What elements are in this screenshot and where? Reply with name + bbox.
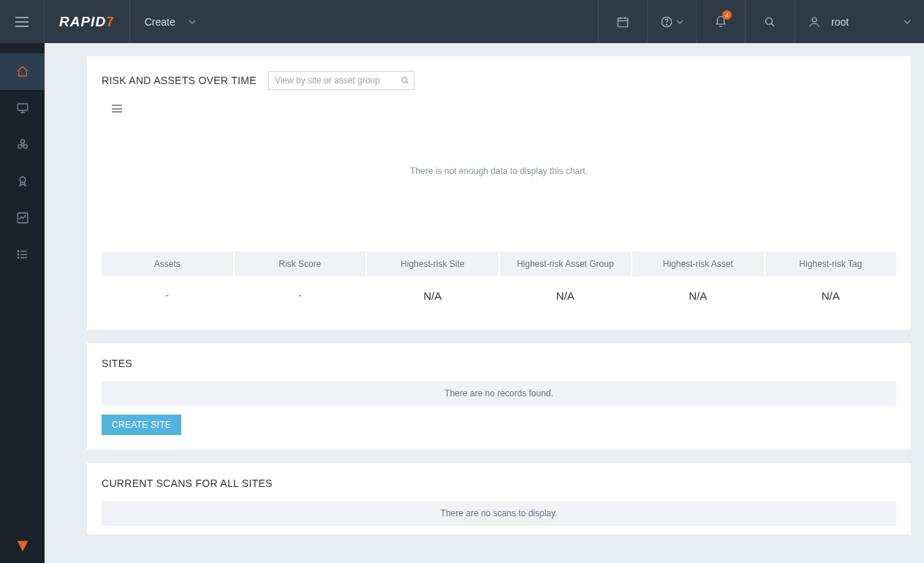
summary-assets: Assets - (102, 252, 233, 315)
svg-line-28 (406, 82, 409, 84)
calendar-icon (616, 15, 629, 29)
sidebar (0, 43, 45, 563)
scans-panel: CURRENT SCANS FOR ALL SITES There are no… (87, 463, 911, 534)
chart-icon (16, 211, 29, 224)
summary-head: Assets (102, 252, 233, 276)
sidebar-item-reports[interactable] (0, 200, 45, 236)
brand-prefix: RAPID (59, 14, 106, 29)
user-menu[interactable]: root (794, 0, 924, 43)
user-name: root (831, 16, 893, 28)
svg-point-18 (23, 145, 27, 148)
svg-point-9 (765, 18, 772, 24)
summary-value: N/A (367, 276, 499, 315)
summary-highest-asset-group: Highest-risk Asset Group N/A (500, 252, 632, 315)
svg-rect-12 (18, 104, 28, 110)
brand-logo[interactable]: RAPID7 (45, 0, 130, 43)
svg-rect-0 (618, 18, 628, 26)
summary-value: - (102, 276, 233, 314)
search-button[interactable] (745, 0, 794, 43)
hamburger-icon (15, 17, 29, 27)
summary-value: - (235, 276, 366, 314)
filter-input-wrap (268, 71, 414, 90)
summary-value: N/A (500, 276, 632, 315)
sites-panel-title: SITES (102, 358, 896, 369)
create-site-button[interactable]: CREATE SITE (102, 415, 181, 435)
svg-point-19 (20, 177, 26, 183)
summary-highest-asset: Highest-risk Asset N/A (632, 252, 764, 315)
monitor-icon (16, 102, 29, 115)
summary-head: Highest-risk Tag (765, 252, 897, 276)
badge-icon (16, 175, 29, 188)
help-dropdown[interactable] (647, 0, 696, 43)
svg-point-16 (20, 140, 24, 143)
sidebar-item-assets[interactable] (0, 90, 45, 126)
summary-head: Highest-risk Site (367, 252, 499, 276)
help-icon (660, 15, 673, 29)
sidebar-item-vulnerabilities[interactable] (0, 126, 45, 163)
summary-head: Highest-risk Asset Group (500, 252, 632, 276)
risk-summary-grid: Assets - Risk Score - Highest-risk Site … (102, 252, 896, 315)
rapid7-mark-icon (15, 538, 31, 554)
sidebar-item-home[interactable] (0, 53, 45, 90)
brand-suffix: 7 (106, 14, 115, 29)
scans-panel-title: CURRENT SCANS FOR ALL SITES (102, 477, 896, 489)
svg-point-24 (18, 251, 19, 252)
svg-point-11 (812, 18, 817, 22)
svg-point-27 (401, 78, 406, 83)
sidebar-item-automation[interactable] (0, 236, 45, 273)
svg-point-17 (18, 145, 21, 148)
app-header: RAPID7 Create (0, 0, 924, 43)
summary-risk-score: Risk Score - (235, 252, 366, 315)
summary-value: N/A (632, 276, 764, 315)
svg-point-26 (18, 257, 19, 259)
create-label: Create (145, 16, 175, 28)
search-icon[interactable] (400, 75, 410, 86)
chevron-down-icon (676, 20, 683, 24)
svg-point-8 (666, 24, 667, 25)
search-icon (763, 15, 776, 29)
chart-empty-message: There is not enough data to display this… (102, 113, 896, 230)
header-right: 4 root (598, 0, 924, 43)
filter-input[interactable] (268, 71, 414, 90)
menu-toggle-button[interactable] (0, 0, 45, 43)
risk-assets-panel: RISK AND ASSETS OVER TIME There is not e… (87, 56, 911, 330)
sites-panel: SITES There are no records found. CREATE… (87, 343, 911, 450)
home-icon (16, 65, 29, 78)
menu-icon (112, 105, 122, 113)
summary-head: Risk Score (235, 252, 366, 276)
svg-line-10 (771, 23, 774, 26)
calendar-button[interactable] (598, 0, 647, 43)
biohazard-icon (16, 138, 29, 151)
summary-value: N/A (765, 276, 897, 315)
chevron-down-icon (904, 20, 911, 24)
summary-head: Highest-risk Asset (632, 252, 764, 276)
notifications-badge: 4 (722, 10, 732, 20)
list-icon (16, 248, 29, 261)
summary-highest-site: Highest-risk Site N/A (367, 252, 499, 315)
chevron-down-icon (189, 20, 196, 24)
create-dropdown[interactable]: Create (130, 16, 211, 28)
scans-empty-message: There are no scans to display. (102, 501, 896, 526)
risk-panel-title: RISK AND ASSETS OVER TIME (102, 75, 257, 86)
sites-empty-message: There are no records found. (102, 381, 896, 406)
svg-point-25 (18, 254, 19, 255)
chart-menu-button[interactable] (102, 97, 896, 113)
main-content: RISK AND ASSETS OVER TIME There is not e… (45, 43, 924, 563)
sidebar-item-policies[interactable] (0, 163, 45, 200)
user-icon (808, 15, 821, 29)
notifications-button[interactable]: 4 (696, 0, 745, 43)
summary-highest-tag: Highest-risk Tag N/A (765, 252, 897, 315)
sidebar-logo (0, 538, 45, 563)
